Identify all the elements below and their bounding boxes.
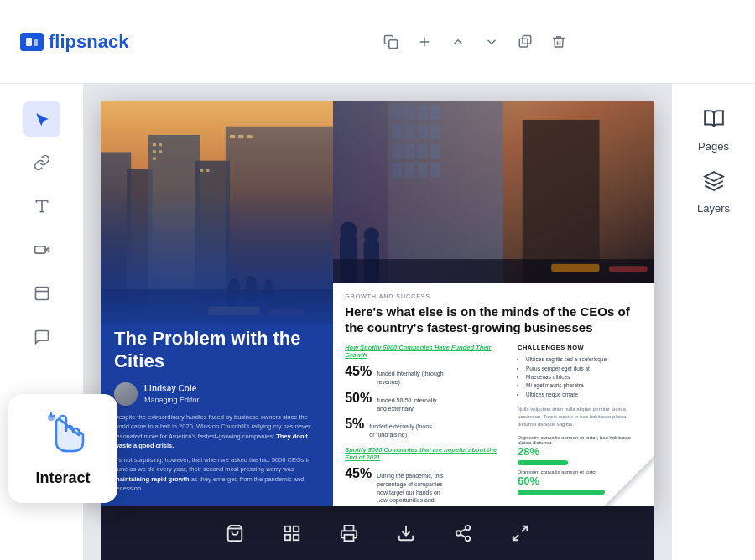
svg-line-77 [461,529,466,532]
svg-rect-3 [389,40,398,49]
svg-line-15 [53,416,55,417]
page-left-image [101,101,333,324]
cursor-tool[interactable] [23,101,60,137]
stat-desc-1: funded internally (through revenue) [377,370,444,386]
svg-rect-6 [523,36,531,44]
shopping-bag-icon[interactable] [220,518,250,548]
svg-rect-71 [345,535,354,541]
pct-bar-1 [518,460,568,465]
challenges-title: CHALLENGES NOW [518,344,643,351]
grid-icon[interactable] [277,518,307,548]
canvas-area: The Problem with the Cities Lindsay Cole… [84,84,671,560]
right-sidebar: Pages Layers [671,84,755,560]
stat-pct-2: 50% [345,391,372,406]
magazine-spread: The Problem with the Cities Lindsay Cole… [101,101,654,560]
pct-highlights: Dignissim convallis aenean et tortor; ha… [518,435,643,495]
stat-row-1: 45% funded internally (through revenue) [345,364,504,386]
author-avatar [114,382,138,406]
page-dot-1 [362,495,369,501]
copy-icon[interactable] [379,30,403,54]
stat-desc-2: funded 50-50 internally and externally [377,397,444,413]
page-left-body2: It's not surprising, however, that when … [114,455,320,493]
video-tool[interactable] [23,231,60,268]
challenges-body: Nulla vulputate enim nulla aliquet portt… [518,406,643,428]
challenge-3: Maecenas ultrices [526,373,643,381]
challenges-list: Ultrices sagittis sed a scelerisque Puru… [518,355,643,399]
delete-icon[interactable] [547,30,570,54]
author-row: Lindsay Cole Managing Editor [114,382,320,406]
duplicate-icon[interactable] [513,30,537,54]
pct-green-2: 60% [518,474,643,487]
layers-panel[interactable]: Layers [680,163,747,221]
interact-label: Interact [35,469,90,487]
page-indicator [362,495,393,501]
top-toolbar [379,30,570,54]
svg-point-73 [466,526,471,531]
page-left-content: The Problem with the Cities Lindsay Cole… [101,314,333,506]
funded-title: How Spotify 5000 Companies Have Funded T… [345,344,504,359]
svg-marker-16 [705,172,723,181]
challenge-2: Purus semper eget duis at [526,365,643,373]
text-tool[interactable] [23,188,60,225]
page-dot-3 [386,495,393,501]
right-headline: Here's what else is on the minds of the … [345,304,643,336]
pages-panel[interactable]: Pages [680,101,747,159]
page-right: GROWTH AND SUCCESS Here's what else is o… [333,101,654,506]
stat-pct-4: 45% [345,466,372,481]
layers-icon [703,170,725,197]
link-tool[interactable] [23,144,60,181]
page-left-body: Despite the extraordinary hurdles faced … [114,412,320,450]
move-down-icon[interactable] [480,30,503,54]
share-icon[interactable] [448,518,478,548]
download-icon[interactable] [391,518,421,548]
stat-pct-1: 45% [345,364,372,379]
pages-label: Pages [698,140,729,153]
svg-rect-2 [34,39,38,46]
add-icon[interactable] [413,30,436,54]
svg-rect-12 [35,288,48,300]
stat-row-2: 50% funded 50-50 internally and external… [345,391,504,413]
layers-label: Layers [697,202,730,215]
fullscreen-icon[interactable] [505,518,535,548]
page-right-image [333,101,654,283]
svg-rect-68 [294,526,299,531]
svg-point-74 [456,531,461,536]
svg-line-79 [513,535,518,540]
challenge-1: Ultrices sagittis sed a scelerisque [526,355,643,364]
challenge-4: Mi eget mauris pharetra [526,381,643,390]
hopeful-title: Spotify 5000 Companies that are hopeful … [345,446,504,461]
logo-text: flipsnack [49,31,128,53]
page-right-content: GROWTH AND SUCCESS Here's what else is o… [333,283,654,506]
stat-row-3: 5% funded externally (loans or fundraisi… [345,417,504,439]
hotspot-tool[interactable] [23,319,60,355]
svg-rect-67 [285,526,290,531]
stat-desc-3: funded externally (loans or fundraising) [369,423,436,439]
svg-point-75 [466,537,471,542]
challenges-col: CHALLENGES NOW Ultrices sagittis sed a s… [518,344,643,506]
pct-green-1: 28% [518,445,643,458]
page-left: The Problem with the Cities Lindsay Cole… [101,101,333,506]
svg-rect-1 [26,38,32,46]
logo: flipsnack [20,31,128,53]
shape-tool[interactable] [23,275,60,312]
interact-panel[interactable]: Interact [8,394,117,503]
svg-line-76 [461,534,466,537]
author-name: Lindsay Cole [144,383,200,395]
interact-icon [41,411,85,463]
page-left-image-overlay [101,101,333,324]
header: flipsnack [0,0,755,84]
stat-pct-3: 5% [345,417,364,432]
svg-rect-69 [294,535,299,540]
page-left-headline: The Problem with the Cities [114,328,320,372]
author-role: Managing Editor [144,395,200,406]
challenge-5: Ultrices neque ornare [526,391,643,399]
logo-icon [20,33,44,51]
page-right-image-overlay [333,101,654,283]
svg-rect-70 [285,535,290,540]
pct-label-1: Dignissim convallis aenean et tortor; ha… [518,435,643,445]
pages-icon [703,108,725,135]
print-icon[interactable] [334,518,364,548]
move-up-icon[interactable] [446,30,470,54]
bottom-bar [101,506,654,560]
svg-rect-7 [519,39,528,47]
